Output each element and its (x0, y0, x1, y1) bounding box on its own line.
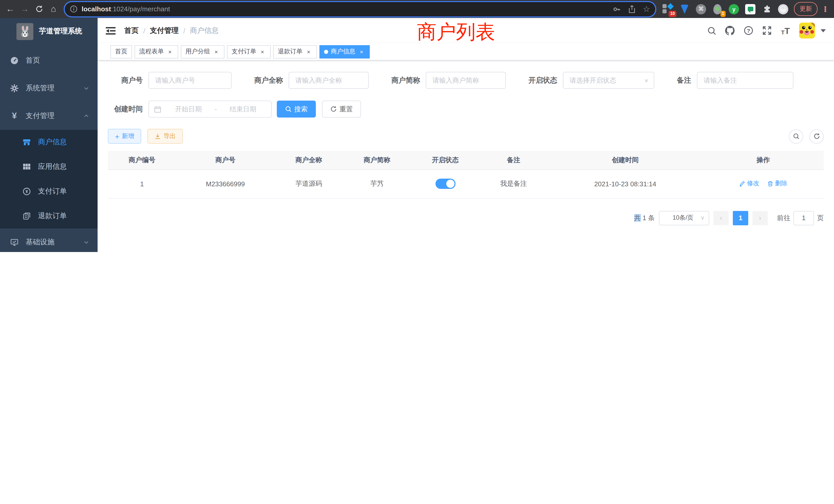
create-time-label: 创建时间 (108, 105, 143, 114)
remark-input[interactable] (697, 72, 793, 89)
reset-button-label: 重置 (339, 105, 353, 114)
monitor-check-icon (10, 238, 19, 246)
search-icon[interactable] (707, 26, 717, 36)
sidebar-item-refund-order[interactable]: 退款订单 (0, 204, 97, 228)
password-key-icon[interactable] (612, 5, 621, 13)
bookmark-star-icon[interactable]: ☆ (643, 5, 650, 13)
delete-link[interactable]: 删除 (767, 179, 787, 188)
end-date-placeholder: 结束日期 (220, 105, 266, 114)
fullscreen-icon[interactable] (762, 26, 772, 36)
merchant-short-input[interactable] (426, 72, 506, 89)
table-toolbar: + 新增 导出 (108, 129, 824, 144)
browser-reload-icon[interactable] (33, 3, 45, 15)
calendar-icon (154, 106, 161, 113)
prev-page-button[interactable]: ‹ (713, 211, 729, 225)
reset-button[interactable]: 重置 (322, 100, 361, 117)
sidebar-item-home[interactable]: 首页 (0, 47, 97, 74)
yen-circle-icon: ¥ (23, 187, 31, 196)
tag-process-form[interactable]: 流程表单 × (135, 45, 178, 58)
page-size-select[interactable]: 10条/页 ∨ (659, 211, 709, 225)
info-icon[interactable] (70, 5, 78, 13)
sidebar-item-label: 退款订单 (38, 211, 67, 221)
browser-menu-icon[interactable]: ••• (823, 6, 828, 12)
app-logo-row[interactable]: 🐰 芋道管理系统 (0, 18, 97, 45)
close-icon[interactable]: × (305, 48, 312, 55)
tag-home[interactable]: 首页 (110, 45, 132, 58)
tag-user-group[interactable]: 用户分组 × (181, 45, 224, 58)
extension-workona-icon[interactable]: 10 (662, 3, 674, 15)
breadcrumb-pay[interactable]: 支付管理 (150, 26, 179, 35)
merchant-short-label: 商户简称 (391, 76, 420, 85)
refresh-icon (330, 106, 337, 112)
browser-home-icon[interactable]: ⌂ (47, 3, 60, 15)
pagination: 共 1 条 10条/页 ∨ ‹ 1 › 前往 页 (108, 211, 824, 225)
sidebar-item-merchant-info[interactable]: 商户信息 (0, 130, 97, 155)
sidebar-collapse-icon[interactable] (106, 25, 116, 36)
sidebar-item-system[interactable]: 系统管理 (0, 74, 97, 102)
goto-page-input[interactable] (793, 211, 814, 225)
app-title: 芋道管理系统 (39, 27, 82, 36)
table-header-row: 商户编号 商户号 商户全称 商户简称 开启状态 备注 创建时间 操作 (108, 151, 824, 169)
merchant-name-input[interactable] (289, 72, 369, 89)
show-search-toggle-button[interactable] (789, 129, 803, 143)
col-merchant-no: 商户号 (176, 151, 275, 169)
remark-label: 备注 (677, 76, 691, 85)
cell-merchant-name: 芋道源码 (275, 169, 343, 198)
extension-kite-icon[interactable] (679, 3, 690, 15)
close-icon[interactable]: × (259, 48, 266, 55)
close-icon[interactable]: × (213, 48, 220, 55)
add-button[interactable]: + 新增 (108, 129, 141, 144)
tag-refund-order[interactable]: 退款订单 × (273, 45, 317, 58)
browser-back-icon[interactable]: ← (4, 3, 17, 15)
extension-egg-icon[interactable]: 1 (712, 3, 723, 15)
share-icon[interactable] (628, 5, 636, 13)
shop-icon (23, 138, 31, 146)
extension-y-icon[interactable]: y (728, 3, 740, 15)
breadcrumb-separator: / (143, 26, 145, 35)
sidebar-item-pay[interactable]: ¥ 支付管理 (0, 102, 97, 130)
edit-link[interactable]: 修改 (739, 179, 759, 188)
extension-badge: 1 (720, 10, 726, 17)
refresh-table-button[interactable] (809, 129, 824, 143)
user-avatar[interactable] (799, 23, 815, 39)
close-icon[interactable]: × (358, 48, 365, 55)
search-button[interactable]: 搜索 (277, 100, 316, 117)
tag-pay-order[interactable]: 支付订单 × (227, 45, 271, 58)
tag-label: 支付订单 (232, 47, 256, 56)
tag-merchant-info[interactable]: 商户信息 × (320, 45, 370, 58)
next-page-button[interactable]: › (752, 211, 768, 225)
merchant-no-input[interactable] (148, 72, 232, 89)
sidebar-item-app-info[interactable]: 应用信息 (0, 155, 97, 179)
active-dot (324, 49, 328, 54)
browser-profile-avatar[interactable]: 😀 (777, 3, 789, 15)
github-icon[interactable] (725, 26, 735, 36)
font-size-icon[interactable]: TT (781, 26, 790, 36)
help-icon[interactable]: ? (744, 26, 753, 36)
svg-text:¥: ¥ (25, 189, 28, 194)
browser-update-button[interactable]: 更新 (794, 2, 817, 16)
browser-forward-icon[interactable]: → (19, 3, 31, 15)
extensions-puzzle-icon[interactable] (761, 3, 772, 15)
breadcrumb-home[interactable]: 首页 (124, 26, 139, 35)
avatar-dropdown-caret[interactable] (821, 29, 826, 32)
tags-view-bar: 首页 流程表单 × 用户分组 × 支付订单 × 退款订单 × (97, 43, 834, 61)
merchant-name-label: 商户全称 (254, 76, 283, 85)
annotation-title: 商户列表 (417, 19, 495, 45)
sidebar-item-pay-order[interactable]: ¥ 支付订单 (0, 179, 97, 204)
sidebar-item-infra[interactable]: 基础设施 (0, 228, 97, 252)
col-merchant-id: 商户编号 (108, 151, 176, 169)
trash-icon (767, 181, 773, 187)
page-number-1[interactable]: 1 (733, 211, 748, 225)
url-bar[interactable]: localhost:1024/pay/merchant ☆ (65, 2, 655, 16)
status-select[interactable]: 请选择开启状态 ∨ (563, 72, 654, 89)
search-form-row-1: 商户号 商户全称 商户简称 开启状态 请选择开启状态 ∨ 备注 (108, 72, 824, 89)
extension-command-icon[interactable]: ⌘ (695, 3, 707, 15)
status-toggle[interactable] (435, 179, 455, 189)
extension-chat-icon[interactable] (745, 3, 756, 15)
create-time-range-input[interactable]: 开始日期 - 结束日期 (148, 100, 272, 117)
export-button[interactable]: 导出 (147, 129, 183, 144)
status-select-placeholder: 请选择开启状态 (570, 76, 644, 85)
search-button-label: 搜索 (294, 105, 308, 114)
close-icon[interactable]: × (167, 48, 174, 55)
merchant-no-label: 商户号 (108, 76, 143, 85)
